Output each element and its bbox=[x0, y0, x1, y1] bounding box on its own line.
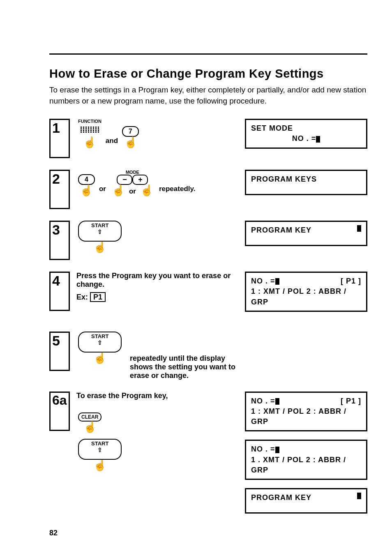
step-number: 4 bbox=[49, 272, 70, 311]
hand-press-icon: ☝ bbox=[78, 185, 95, 196]
cursor-icon bbox=[275, 278, 279, 285]
key-7: 7 bbox=[122, 126, 139, 137]
start-key: START⇧ bbox=[78, 439, 122, 460]
step-number: 1 bbox=[49, 119, 70, 158]
function-grid-key-icon bbox=[80, 126, 99, 137]
page-number: 82 bbox=[49, 529, 58, 537]
cursor-icon bbox=[357, 493, 361, 499]
display-line: 1 : XMT / POL 2 : ABBR / GRP bbox=[251, 286, 361, 307]
hand-press-icon: ☝ bbox=[138, 185, 155, 196]
mode-plus-key: + bbox=[132, 175, 148, 185]
lcd-display: NO . = 1 . XMT / POL 2 : ABBR / GRP bbox=[245, 440, 367, 480]
key-4: 4 bbox=[78, 174, 95, 185]
hand-press-icon: ☝ bbox=[81, 137, 98, 147]
lcd-display: SET MODE NO . = bbox=[245, 119, 367, 148]
lcd-display: NO . = [ P1 ] 1 : XMT / POL 2 : ABBR / G… bbox=[245, 392, 367, 432]
arrow-up-icon: ⇧ bbox=[97, 447, 102, 453]
intro-text: To erase the settings in a Program key, … bbox=[49, 85, 367, 106]
hand-press-icon: ☝ bbox=[92, 353, 108, 363]
hand-press-icon: ☝ bbox=[110, 185, 127, 196]
cursor-icon bbox=[275, 398, 279, 405]
lcd-display: PROGRAM KEY bbox=[245, 488, 367, 514]
step-5: 5 START⇧ ☝ repeatedly until the display … bbox=[49, 332, 367, 380]
display-line: [ P1 ] bbox=[341, 396, 361, 406]
display-line: 1 . XMT / POL 2 : ABBR / GRP bbox=[251, 455, 361, 475]
arrow-up-icon: ⇧ bbox=[97, 339, 102, 346]
hand-press-icon: ☝ bbox=[82, 422, 98, 432]
step-number: 6a bbox=[49, 392, 70, 431]
display-line: PROGRAM KEY bbox=[251, 225, 311, 235]
step-3: 3 START⇧ ☝ PROGRAM KEY bbox=[49, 221, 367, 260]
mode-minus-key: − bbox=[117, 175, 132, 185]
and-label: and bbox=[106, 137, 118, 145]
hand-press-icon: ☝ bbox=[92, 460, 108, 470]
lcd-display: PROGRAM KEY bbox=[245, 221, 367, 246]
display-line: 1 : XMT / POL 2 : ABBR / GRP bbox=[251, 406, 361, 427]
step-number: 2 bbox=[49, 170, 70, 209]
example-label: Ex: bbox=[76, 293, 88, 301]
lcd-display: NO . = [ P1 ] 1 : XMT / POL 2 : ABBR / G… bbox=[245, 272, 367, 312]
step-number: 5 bbox=[49, 332, 70, 371]
step-number: 3 bbox=[49, 221, 70, 260]
step-6a: 6a To erase the Program key, CLEAR ☝ STA… bbox=[49, 392, 367, 522]
step-text: To erase the Program key, bbox=[76, 392, 239, 400]
step-4: 4 Press the Program key you want to eras… bbox=[49, 272, 367, 320]
or-label: or bbox=[129, 187, 136, 196]
display-line: SET MODE bbox=[251, 123, 361, 134]
repeatedly-label: repeatedly. bbox=[159, 185, 196, 193]
step-2: 2 4 ☝ or MODE −+ ☝ or ☝ bbox=[49, 170, 367, 209]
page-title: How to Erase or Change Program Key Setti… bbox=[49, 67, 367, 81]
function-label: FUNCTION bbox=[78, 119, 101, 124]
cursor-icon bbox=[275, 447, 279, 453]
cursor-icon bbox=[357, 225, 361, 232]
hand-press-icon: ☝ bbox=[92, 242, 108, 252]
arrow-up-icon: ⇧ bbox=[97, 228, 102, 235]
display-line: PROGRAM KEY bbox=[251, 493, 311, 503]
start-key: START⇧ bbox=[78, 332, 122, 353]
display-line: [ P1 ] bbox=[341, 276, 361, 286]
start-key: START⇧ bbox=[78, 221, 122, 242]
step-text: repeatedly until the display shows the s… bbox=[130, 354, 239, 380]
hand-press-icon: ☝ bbox=[122, 137, 139, 147]
lcd-display: PROGRAM KEYS bbox=[245, 170, 367, 195]
mode-label: MODE bbox=[126, 170, 139, 175]
cursor-icon bbox=[316, 136, 320, 143]
or-label: or bbox=[99, 185, 106, 193]
step-text: Press the Program key you want to erase … bbox=[76, 272, 231, 288]
clear-key: CLEAR bbox=[78, 412, 101, 422]
p1-key: P1 bbox=[90, 292, 106, 302]
display-line: NO . = bbox=[251, 134, 361, 144]
step-1: 1 FUNCTION ☝ and 7 ☝ bbox=[49, 119, 367, 158]
display-line: PROGRAM KEYS bbox=[251, 174, 361, 184]
